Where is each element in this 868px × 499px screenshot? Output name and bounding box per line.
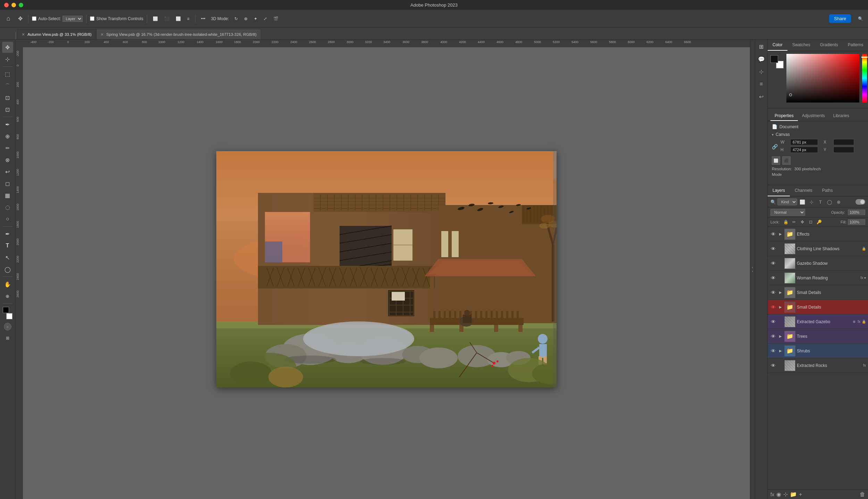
artboard-tool[interactable]: ⊹ bbox=[2, 54, 13, 65]
quick-mask-icon[interactable]: ○ bbox=[4, 323, 11, 330]
y-input[interactable] bbox=[833, 147, 854, 153]
distribute-button[interactable]: ≡ bbox=[185, 14, 192, 24]
filter-type-icon[interactable]: 🔍 bbox=[770, 199, 776, 205]
lock-position-icon[interactable]: 🔒 bbox=[782, 219, 789, 226]
show-transform-checkbox[interactable] bbox=[90, 16, 94, 21]
add-group-button[interactable]: 📁 bbox=[790, 491, 797, 498]
layer-vis-effects[interactable]: 👁 bbox=[770, 231, 777, 238]
tab-close-spring[interactable]: × bbox=[101, 32, 103, 37]
layer-vis-trees[interactable]: 👁 bbox=[770, 333, 777, 340]
clone-stamp-tool[interactable]: ⊗ bbox=[2, 154, 13, 165]
layer-clothing-shadows[interactable]: 👁 Clothing Line Shadows 🔒 bbox=[768, 242, 868, 256]
3d-camera-button[interactable]: 🎬 bbox=[271, 14, 281, 24]
layer-expand-shrubs[interactable]: ▶ bbox=[778, 349, 783, 353]
add-style-button[interactable]: fx bbox=[770, 492, 774, 497]
more-options-button[interactable]: ••• bbox=[199, 14, 208, 24]
align-center-button[interactable]: ⬛ bbox=[162, 14, 172, 24]
layer-vis-small-2[interactable]: 👁 bbox=[770, 304, 777, 311]
layer-expand-small-1[interactable]: ▶ bbox=[778, 290, 783, 295]
tab-patterns[interactable]: Patterns bbox=[843, 40, 868, 51]
share-button[interactable]: Share bbox=[829, 14, 851, 23]
comments-icon[interactable]: 💬 bbox=[757, 54, 766, 64]
blur-tool[interactable]: ◌ bbox=[2, 202, 13, 213]
layer-effects[interactable]: 👁 ▶ 📁 Effects bbox=[768, 227, 868, 242]
3d-rotate-button[interactable]: ↻ bbox=[232, 14, 240, 24]
tab-channels[interactable]: Channels bbox=[790, 185, 817, 196]
zoom-tool[interactable]: ⊕ bbox=[2, 291, 13, 302]
panel-collapse-handle[interactable]: ‹ ‹ bbox=[750, 40, 755, 499]
lock-move-icon[interactable]: ✥ bbox=[799, 219, 806, 226]
hand-tool[interactable]: ✋ bbox=[2, 279, 13, 290]
layer-vis-woman[interactable]: 👁 bbox=[770, 275, 777, 281]
tab-layers[interactable]: Layers bbox=[768, 185, 790, 196]
opacity-input[interactable] bbox=[848, 210, 865, 215]
content-icon[interactable]: ≡ bbox=[757, 79, 766, 89]
layer-trees[interactable]: 👁 ▶ 📁 Trees bbox=[768, 329, 868, 344]
layer-expand-effects[interactable]: ▶ bbox=[778, 232, 783, 237]
shape-tool[interactable]: ◯ bbox=[2, 264, 13, 275]
type-tool[interactable]: T bbox=[2, 240, 13, 251]
filter-kind-select[interactable]: Kind bbox=[777, 198, 797, 205]
layer-select[interactable]: Layer bbox=[62, 16, 83, 22]
canvas-viewport[interactable] bbox=[23, 47, 750, 491]
align-left-button[interactable]: ⬜ bbox=[151, 14, 160, 24]
fill-input[interactable] bbox=[848, 219, 865, 225]
tab-paths[interactable]: Paths bbox=[817, 185, 838, 196]
adjustments-icon[interactable]: ⊹ bbox=[757, 67, 766, 76]
align-right-button[interactable]: ⬜ bbox=[174, 14, 183, 24]
background-color[interactable] bbox=[6, 313, 12, 319]
search-button[interactable]: 🔍 bbox=[856, 14, 865, 24]
eyedropper-tool[interactable]: ✒ bbox=[2, 119, 13, 130]
layer-vis-extracted-gazebo[interactable]: 👁 bbox=[770, 318, 777, 325]
history-brush-tool[interactable]: ↩ bbox=[2, 166, 13, 177]
move-tool-button[interactable]: ✥ bbox=[16, 14, 25, 24]
layer-vis-gazebo-shadow[interactable]: 👁 bbox=[770, 260, 777, 267]
tab-color[interactable]: Color bbox=[768, 40, 787, 51]
color-gradient-picker[interactable] bbox=[786, 54, 859, 103]
3d-pan-button[interactable]: ⊕ bbox=[242, 14, 250, 24]
layer-vis-shrubs[interactable]: 👁 bbox=[770, 347, 777, 354]
crop-tool[interactable]: ⊡ bbox=[2, 104, 13, 115]
width-input[interactable] bbox=[790, 139, 818, 145]
x-input[interactable] bbox=[833, 139, 854, 145]
tab-swatches[interactable]: Swatches bbox=[787, 40, 815, 51]
object-selection-tool[interactable]: ⊡ bbox=[2, 92, 13, 103]
filter-text-icon[interactable]: T bbox=[817, 198, 824, 206]
layer-expand-trees[interactable]: ▶ bbox=[778, 334, 783, 339]
filter-pixel-icon[interactable]: ⬜ bbox=[799, 198, 806, 206]
color-swatches[interactable] bbox=[1, 307, 14, 319]
height-input[interactable] bbox=[790, 147, 818, 153]
lock-all-icon[interactable]: 🔑 bbox=[816, 219, 823, 226]
minimize-button[interactable] bbox=[11, 3, 16, 7]
history-icon[interactable]: ↩ bbox=[757, 92, 766, 101]
gradient-tool[interactable]: ▦ bbox=[2, 190, 13, 201]
3d-scale-button[interactable]: ⤢ bbox=[261, 14, 269, 24]
move-tool[interactable]: ✥ bbox=[2, 42, 13, 53]
eraser-tool[interactable]: ◻ bbox=[2, 178, 13, 189]
window-controls[interactable] bbox=[4, 3, 23, 7]
layer-small-details-2[interactable]: 👁 ▶ 📁 Small Details bbox=[768, 300, 868, 314]
path-selection-tool[interactable]: ↖ bbox=[2, 252, 13, 263]
layer-expand-small-2[interactable]: ▶ bbox=[778, 305, 783, 310]
portrait-icon[interactable]: ⬜ bbox=[772, 156, 780, 165]
blend-mode-select[interactable]: Normal bbox=[770, 209, 805, 216]
tab-properties[interactable]: Properties bbox=[770, 111, 798, 121]
tab-autumn-view[interactable]: × Autumn View.psb @ 33.1% (RGB/8) bbox=[17, 29, 96, 39]
tab-libraries[interactable]: Libraries bbox=[829, 111, 853, 121]
maximize-button[interactable] bbox=[19, 3, 23, 7]
delete-layer-button[interactable]: 🗑 bbox=[860, 491, 865, 498]
brush-tool[interactable]: ✏ bbox=[2, 142, 13, 154]
close-button[interactable] bbox=[4, 3, 9, 7]
dodge-tool[interactable]: ○ bbox=[2, 213, 13, 224]
lock-artboard-icon[interactable]: ⊡ bbox=[807, 219, 814, 226]
layer-vis-clothing[interactable]: 👁 bbox=[770, 245, 777, 252]
layer-vis-small-1[interactable]: 👁 bbox=[770, 289, 777, 296]
pen-tool[interactable]: ✒ bbox=[2, 228, 13, 239]
foreground-swatch[interactable] bbox=[770, 55, 778, 63]
add-mask-button[interactable]: ◉ bbox=[776, 491, 781, 498]
layer-shrubs[interactable]: 👁 ▶ 📁 Shrubs bbox=[768, 344, 868, 358]
landscape-icon[interactable]: ⬛ bbox=[782, 156, 791, 165]
filter-toggle[interactable] bbox=[856, 199, 865, 205]
rectangular-marquee-tool[interactable]: ⬚ bbox=[2, 68, 13, 80]
tab-gradients[interactable]: Gradients bbox=[815, 40, 843, 51]
